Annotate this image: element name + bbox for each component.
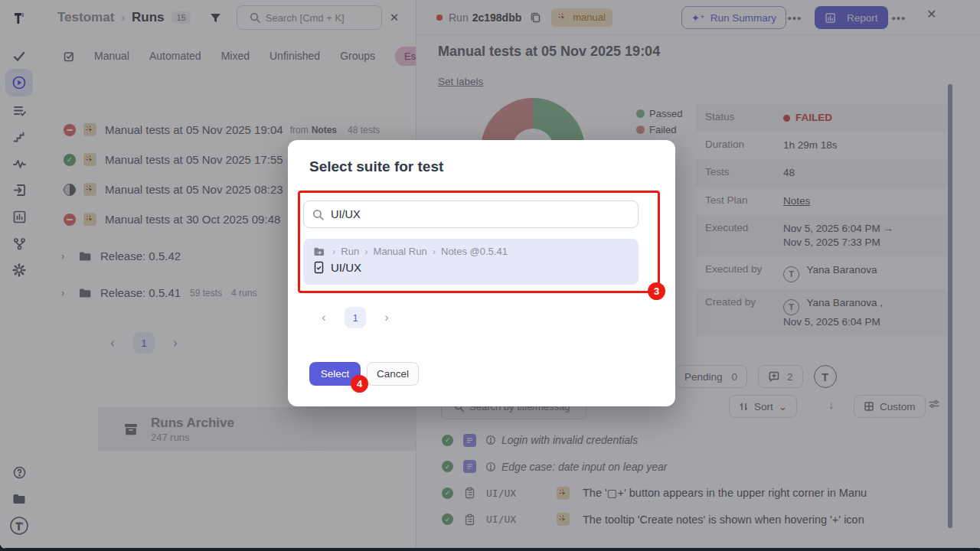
window-bottom-edge bbox=[0, 548, 980, 549]
modal-title: Select suite for test bbox=[309, 158, 443, 175]
page-number[interactable]: 1 bbox=[345, 307, 366, 328]
prev-page-icon[interactable]: ‹ bbox=[315, 311, 332, 324]
annotation-highlight-box bbox=[298, 191, 660, 293]
cancel-button[interactable]: Cancel bbox=[367, 362, 419, 386]
next-page-icon[interactable]: › bbox=[378, 311, 395, 324]
annotation-step-4: 4 bbox=[351, 375, 368, 393]
annotation-step-3: 3 bbox=[648, 282, 665, 300]
modal-pagination: ‹ 1 › bbox=[315, 307, 395, 328]
app-window: Testomat › Runs 15 Search [Cmd + K] ✕ Ma… bbox=[0, 0, 980, 549]
